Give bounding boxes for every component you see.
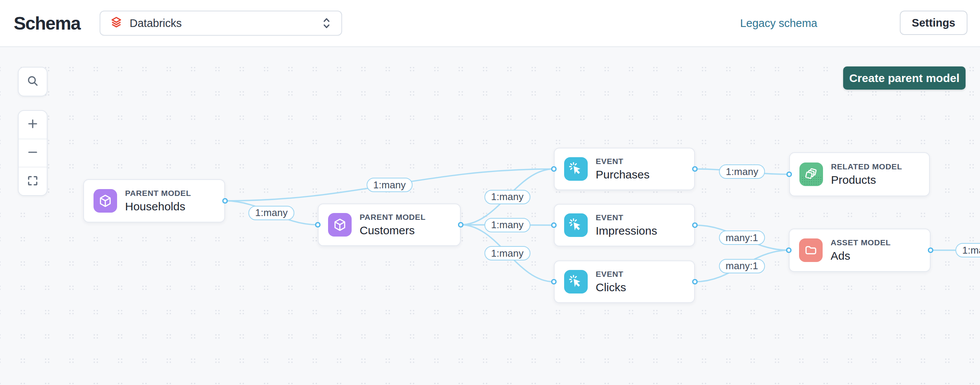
relationship-label[interactable]: 1:many xyxy=(719,165,765,179)
node-title: Products xyxy=(831,174,902,187)
relationship-label[interactable]: 1:many xyxy=(248,206,294,220)
relationship-label[interactable]: many:1 xyxy=(719,259,765,273)
node-title: Purchases xyxy=(596,168,650,181)
connection-handle[interactable] xyxy=(223,198,227,203)
node-title: Clicks xyxy=(596,281,626,294)
model-node-households[interactable]: PARENT MODELHouseholds xyxy=(83,179,225,222)
connection-handle[interactable] xyxy=(928,248,932,252)
node-type-label: EVENT xyxy=(596,157,650,166)
connection-handle[interactable] xyxy=(786,248,791,252)
node-type-label: EVENT xyxy=(596,269,626,279)
relationship-label[interactable]: many:1 xyxy=(719,230,765,245)
node-type-label: RELATED MODEL xyxy=(831,162,902,171)
model-node-products[interactable]: RELATED MODELProducts xyxy=(789,152,930,196)
create-parent-model-button[interactable]: Create parent model xyxy=(843,67,966,90)
search-button[interactable] xyxy=(18,67,48,97)
legacy-schema-link[interactable]: Legacy schema xyxy=(740,17,817,30)
model-node-ads[interactable]: ASSET MODELAds xyxy=(789,228,931,272)
node-text: EVENTClicks xyxy=(596,269,626,294)
zoom-controls xyxy=(18,110,48,196)
relationship-label[interactable]: 1:many xyxy=(484,218,530,232)
connection-handle[interactable] xyxy=(315,222,320,227)
node-title: Ads xyxy=(830,249,891,262)
connection-handle[interactable] xyxy=(552,167,556,171)
node-text: EVENTImpressions xyxy=(596,213,657,237)
model-node-impressions[interactable]: EVENTImpressions xyxy=(554,204,695,246)
search-icon xyxy=(26,74,39,89)
connection-handle[interactable] xyxy=(458,222,463,227)
model-node-customers[interactable]: PARENT MODELCustomers xyxy=(318,203,461,246)
node-text: EVENTPurchases xyxy=(596,157,650,181)
source-selector[interactable]: Databricks xyxy=(100,11,342,36)
schema-app: Schema Databricks Legacy schema Settings xyxy=(0,0,980,385)
node-type-label: PARENT MODEL xyxy=(125,189,191,198)
databricks-icon xyxy=(109,16,124,31)
connection-handle[interactable] xyxy=(552,279,556,284)
zoom-out-button[interactable] xyxy=(19,139,47,167)
relationship-label[interactable]: 1:many xyxy=(366,178,412,192)
fit-view-button[interactable] xyxy=(19,167,47,195)
connection-handle[interactable] xyxy=(787,172,791,176)
minus-icon xyxy=(27,146,39,160)
app-header: Schema Databricks Legacy schema Settings xyxy=(0,0,980,47)
node-text: PARENT MODELHouseholds xyxy=(125,189,191,213)
cube-icon xyxy=(328,213,352,236)
node-text: ASSET MODELAds xyxy=(830,238,891,262)
node-title: Impressions xyxy=(596,224,657,237)
fit-view-icon xyxy=(27,175,39,189)
model-node-purchases[interactable]: EVENTPurchases xyxy=(554,148,695,190)
node-type-label: EVENT xyxy=(596,213,657,222)
model-node-clicks[interactable]: EVENTClicks xyxy=(554,260,695,303)
relationship-label[interactable]: 1:many xyxy=(484,190,530,204)
cursor-click-icon xyxy=(564,213,588,237)
connection-handle[interactable] xyxy=(693,167,697,171)
connection-handle[interactable] xyxy=(552,223,556,227)
cursor-click-icon xyxy=(564,270,588,293)
node-text: PARENT MODELCustomers xyxy=(360,212,426,237)
chevron-up-down-icon xyxy=(321,17,332,30)
connection-handle[interactable] xyxy=(693,279,697,284)
relationship-label[interactable]: 1:many xyxy=(484,246,530,260)
node-type-label: ASSET MODEL xyxy=(830,238,891,247)
node-title: Households xyxy=(125,200,191,213)
relationship-label[interactable]: 1:many xyxy=(955,243,980,257)
folder-icon xyxy=(799,238,822,262)
zoom-in-button[interactable] xyxy=(19,111,47,139)
node-type-label: PARENT MODEL xyxy=(360,212,426,222)
connection-handle[interactable] xyxy=(693,223,697,227)
cube-icon xyxy=(94,189,117,212)
plus-icon xyxy=(27,118,39,132)
cursor-click-icon xyxy=(564,157,588,181)
app-logo: Schema xyxy=(14,13,80,34)
settings-button[interactable]: Settings xyxy=(900,11,967,35)
stack-icon xyxy=(799,163,823,186)
source-selector-value: Databricks xyxy=(130,17,182,30)
node-title: Customers xyxy=(360,224,426,237)
node-text: RELATED MODELProducts xyxy=(831,162,902,187)
